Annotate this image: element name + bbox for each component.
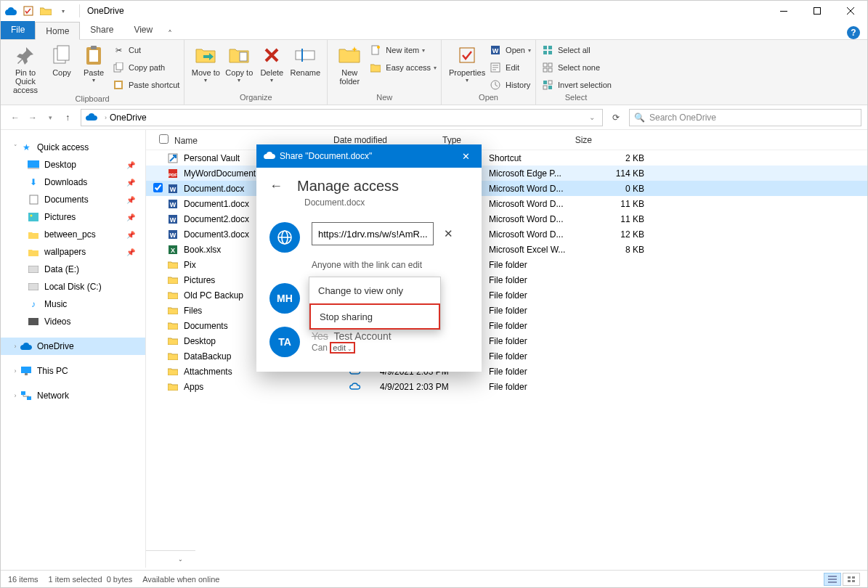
copy-path-button[interactable]: Copy path [111, 60, 179, 75]
table-row[interactable]: WDocument.docx4/9/2021 11:47 AMMicrosoft… [146, 181, 867, 196]
nav-documents[interactable]: Documents📌 [1, 191, 145, 208]
table-row[interactable]: Documents4/9/2021 11:47 AMFile folder [146, 318, 867, 333]
nav-music[interactable]: ♪Music [1, 295, 145, 313]
view-large-button[interactable] [843, 573, 860, 586]
nav-downloads[interactable]: ⬇Downloads📌 [1, 173, 145, 191]
select-none-icon [540, 61, 555, 74]
breadcrumb-location[interactable]: OneDrive [110, 113, 147, 123]
table-row[interactable]: Attachments4/9/2021 2:03 PMFile folder [146, 364, 867, 379]
breadcrumb[interactable]: › OneDrive ⌄ [81, 109, 603, 126]
col-type[interactable]: Type [437, 135, 545, 145]
edit-button[interactable]: Edit [488, 60, 531, 75]
remove-link-button[interactable]: ✕ [438, 222, 458, 245]
ribbon-group-open: Properties▾ WOpen▾ Edit History Open [442, 40, 536, 105]
cut-button[interactable]: ✂Cut [111, 42, 179, 58]
table-row[interactable]: WDocument3.docx4/9/2021 11:48 AMMicrosof… [146, 226, 867, 242]
nav-onedrive[interactable]: ›OneDrive [1, 338, 145, 355]
table-row[interactable]: Personal Vault4/9/2021 2:06 PMShortcut2 … [146, 150, 867, 166]
invert-selection-button[interactable]: Invert selection [540, 77, 612, 93]
qat-dropdown-icon[interactable]: ▾ [56, 4, 70, 18]
share-dialog-header[interactable]: Share "Document.docx" ✕ [256, 144, 482, 168]
menu-stop-sharing[interactable]: Stop sharing [309, 303, 440, 330]
move-to-button[interactable]: Move to▾ [189, 42, 222, 83]
help-icon[interactable]: ? [847, 26, 860, 39]
new-folder-button[interactable]: New folder [332, 42, 367, 86]
ribbon-group-new: New folder New item▾ Easy access▾ New [328, 40, 442, 105]
new-folder-icon [338, 44, 361, 67]
table-row[interactable]: XBook.xlsx4/9/2021 2:06 PMMicrosoft Exce… [146, 242, 867, 257]
nav-desktop[interactable]: Desktop📌 [1, 156, 145, 173]
delete-button[interactable]: Delete▾ [256, 42, 288, 83]
breadcrumb-dropdown-icon[interactable]: ⌄ [589, 113, 598, 121]
svg-rect-4 [57, 46, 69, 60]
history-button[interactable]: History [488, 77, 531, 93]
copy-button[interactable]: Copy [46, 42, 78, 77]
table-row[interactable]: Apps4/9/2021 2:03 PMFile folder [146, 379, 867, 394]
nav-up-button[interactable]: ↑ [59, 109, 76, 126]
col-status[interactable]: Status⌄ [146, 550, 195, 568]
nav-wallpapers[interactable]: wallpapers📌 [1, 243, 145, 261]
refresh-button[interactable]: ⟳ [607, 113, 625, 123]
nav-network[interactable]: ›Network [1, 387, 145, 404]
back-button[interactable]: ← [269, 179, 284, 194]
table-row[interactable]: Pictures4/9/2021 11:47 AMFile folder [146, 272, 867, 287]
new-item-button[interactable]: New item▾ [368, 42, 437, 58]
share-link-input[interactable]: https://1drv.ms/w/s!AmR... [312, 222, 434, 245]
nav-local-c[interactable]: Local Disk (C:) [1, 278, 145, 295]
qat-properties-icon[interactable] [21, 4, 36, 18]
qat-newfolder-icon[interactable] [38, 4, 53, 18]
open-button[interactable]: WOpen▾ [488, 42, 531, 58]
paste-button[interactable]: Paste ▾ [78, 42, 110, 83]
dialog-close-button[interactable]: ✕ [457, 151, 474, 162]
rename-button[interactable]: Rename [288, 42, 323, 77]
tab-file[interactable]: File [1, 21, 35, 39]
select-none-button[interactable]: Select none [540, 60, 612, 75]
col-size[interactable]: Size [545, 135, 604, 145]
table-row[interactable]: PDFMyWordDocument4/9/2021 2:07 PMMicroso… [146, 166, 867, 181]
select-all-button[interactable]: Select all [540, 42, 612, 58]
permission-dropdown[interactable]: edit⌄ [330, 342, 355, 354]
table-row[interactable]: WDocument1.docx4/9/2021 10:59 AMMicrosof… [146, 196, 867, 211]
nav-between-pcs[interactable]: between_pcs📌 [1, 226, 145, 243]
table-row[interactable]: Old PC Backup4/9/2021 11:47 AMFile folde… [146, 287, 867, 303]
properties-button[interactable]: Properties▾ [446, 42, 488, 83]
table-row[interactable]: Pix4/9/2021 11:47 AMFile folder [146, 257, 867, 272]
tab-share[interactable]: Share [80, 21, 123, 39]
pin-icon: 📌 [126, 248, 135, 256]
nav-forward-button[interactable]: → [24, 109, 41, 126]
maximize-button[interactable] [800, 1, 834, 21]
view-details-button[interactable] [824, 573, 841, 586]
nav-this-pc[interactable]: ›This PC [1, 362, 145, 380]
file-size: 114 KB [598, 168, 656, 179]
table-row[interactable]: Files4/9/2021 11:47 AMFile folder [146, 303, 867, 318]
nav-recent-button[interactable]: ▾ [41, 109, 59, 126]
svg-text:X: X [171, 247, 175, 254]
nav-quick-access[interactable]: ˅★Quick access [1, 139, 145, 156]
col-date[interactable]: Date modified [328, 135, 437, 145]
row-checkbox[interactable] [153, 183, 163, 192]
share-person-ta[interactable]: TA Yes Test Account Can edit⌄ [269, 327, 469, 357]
copy-to-button[interactable]: Copy to▾ [222, 42, 256, 83]
tab-view[interactable]: View [123, 21, 163, 39]
minimize-button[interactable] [767, 1, 800, 21]
nav-back-button[interactable]: ← [7, 109, 24, 126]
tab-home[interactable]: Home [35, 22, 80, 40]
paste-shortcut-button[interactable]: Paste shortcut [111, 77, 179, 93]
file-type-icon [166, 383, 179, 391]
nav-data-e[interactable]: Data (E:) [1, 261, 145, 278]
search-input[interactable]: 🔍 Search OneDrive [629, 109, 861, 126]
nav-pictures[interactable]: Pictures📌 [1, 208, 145, 226]
ribbon-collapse-icon[interactable]: ˄ [163, 29, 177, 39]
table-row[interactable]: WDocument2.docx4/9/2021 2:03 PMMicrosoft… [146, 211, 867, 226]
easy-access-icon [368, 61, 383, 74]
menu-change-view-only[interactable]: Change to view only [309, 277, 440, 303]
easy-access-button[interactable]: Easy access▾ [368, 60, 437, 75]
nav-videos[interactable]: Videos [1, 313, 145, 330]
window-controls [767, 1, 867, 21]
pin-quick-access-button[interactable]: Pin to Quick access [5, 42, 46, 94]
table-row[interactable]: DataBackup4/9/2021 11:47 AMFile folder [146, 348, 867, 364]
file-type: Microsoft Word D... [489, 199, 598, 209]
table-row[interactable]: Desktop4/9/2021 11:47 AMFile folder [146, 333, 867, 348]
close-button[interactable] [834, 1, 867, 21]
select-all-checkbox[interactable] [159, 134, 169, 144]
